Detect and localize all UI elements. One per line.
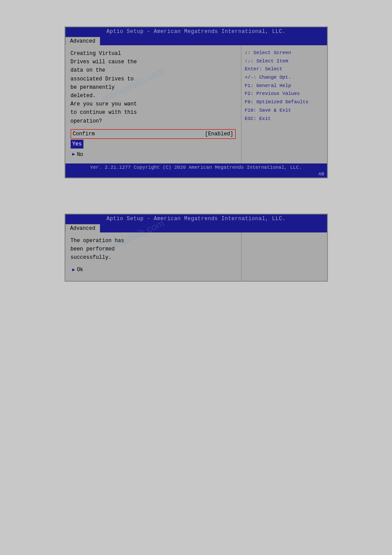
help-item-7: F9: Optimized Defaults [245, 98, 324, 106]
no-row: ▶ No [71, 150, 236, 159]
desc-line-2: Drives will cause the [71, 58, 236, 66]
help-item-8: F10: Save & Exit [245, 106, 324, 115]
bios-left-1: Creating Virtual Drives will cause the d… [65, 45, 241, 163]
no-option[interactable]: No [77, 151, 83, 159]
confirm-label: Confirm [73, 130, 95, 138]
success-description: The operation has been performed success… [71, 237, 236, 262]
bios-tab-bar-2: Advanced [65, 223, 327, 232]
bios-tab-advanced-1[interactable]: Advanced [65, 37, 101, 45]
bios-description-1: Creating Virtual Drives will cause the d… [71, 50, 236, 126]
desc-line-5: be permanently [71, 83, 236, 92]
desc-line-9: operation? [71, 117, 236, 126]
bios-tab-advanced-2[interactable]: Advanced [65, 224, 101, 232]
desc-line-7: Are you sure you want [71, 100, 236, 109]
ok-arrow-icon: ▶ [72, 266, 76, 274]
bios-title-2: Aptio Setup - American Megatrends Intern… [65, 214, 327, 223]
success-line-3: successfully. [71, 254, 236, 262]
help-item-2: ↑↓: Select Item [245, 57, 324, 65]
help-item-1: ↕: Select Screen [245, 49, 324, 57]
bios-left-2: The operation has been performed success… [65, 232, 241, 281]
bios-right-2 [241, 232, 327, 281]
help-item-6: F2: Previous Values [245, 90, 324, 98]
bios-screen-1: Aptio Setup - American Megatrends Intern… [65, 26, 328, 205]
footer-text-1: Ver. 2.21.1277 Copyright (C) 2020 Americ… [90, 165, 302, 170]
desc-line-1: Creating Virtual [71, 50, 236, 58]
success-line-2: been performed [71, 245, 236, 254]
bios-title-1: Aptio Setup - American Megatrends Intern… [65, 27, 327, 36]
confirm-value: [Enabled] [205, 130, 234, 138]
bios-dialog-1: Aptio Setup - American Megatrends Intern… [65, 26, 328, 178]
ok-option[interactable]: Ok [77, 266, 83, 274]
help-item-3: Enter: Select [245, 65, 324, 73]
bios-dialog-2: Aptio Setup - American Megatrends Intern… [65, 214, 328, 282]
desc-line-8: to continue with this [71, 109, 236, 117]
ok-row: ▶ Ok [71, 265, 236, 274]
yes-option[interactable]: Yes [71, 140, 84, 149]
bios-tab-bar-1: Advanced [65, 36, 327, 45]
no-arrow-icon: ▶ [72, 151, 76, 158]
bios-screen-2: Aptio Setup - American Megatrends Intern… [65, 214, 328, 308]
help-item-5: F1: General Help [245, 82, 324, 90]
help-select-screen: ↕: Select Screen ↑↓: Select Item Enter: … [245, 49, 324, 123]
bios-content-2: The operation has been performed success… [65, 232, 327, 281]
success-line-1: The operation has [71, 237, 236, 245]
help-item-4: +/-: Change Opt. [245, 73, 324, 82]
bios-right-1: ↕: Select Screen ↑↓: Select Item Enter: … [241, 45, 327, 163]
help-item-9: ESC: Exit [245, 115, 324, 123]
bios-footer-badge-1: AB [65, 171, 327, 178]
desc-line-6: deleted. [71, 92, 236, 100]
footer-badge-1: AB [318, 171, 324, 177]
bios-footer-1: Ver. 2.21.1277 Copyright (C) 2020 Americ… [65, 163, 327, 171]
confirm-row[interactable]: Confirm [Enabled] [71, 129, 236, 139]
bios-content-1: Creating Virtual Drives will cause the d… [65, 45, 327, 163]
desc-line-4: associated Drives to [71, 75, 236, 83]
desc-line-3: data on the [71, 66, 236, 75]
